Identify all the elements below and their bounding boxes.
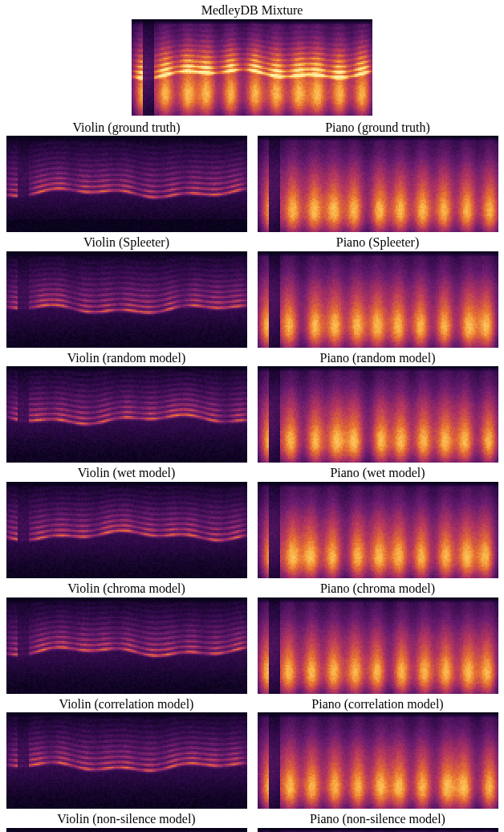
svg-rect-57326: [346, 408, 348, 410]
svg-rect-2062: [186, 55, 188, 56]
svg-rect-81524: [19, 668, 21, 670]
svg-rect-14635: [156, 224, 157, 226]
svg-rect-46680: [51, 366, 53, 368]
svg-rect-60397: [428, 426, 429, 427]
svg-rect-88206: [199, 607, 201, 609]
svg-rect-76176: [368, 540, 370, 541]
svg-rect-91730: [303, 678, 304, 679]
svg-rect-61553: [458, 451, 460, 453]
svg-rect-72728: [277, 495, 278, 496]
svg-rect-65005: [59, 522, 61, 524]
svg-rect-30065: [88, 259, 90, 261]
svg-rect-103976: [138, 802, 140, 804]
svg-rect-55961: [309, 432, 311, 434]
svg-rect-87222: [172, 665, 173, 667]
svg-rect-58873: [388, 387, 389, 389]
svg-rect-19088: [287, 149, 288, 150]
svg-rect-94197: [368, 689, 370, 691]
svg-rect-51603: [183, 371, 185, 373]
svg-rect-62506: [484, 440, 486, 442]
svg-rect-69795: [188, 506, 189, 508]
svg-rect-99701: [24, 778, 26, 780]
svg-rect-93760: [357, 662, 359, 663]
svg-rect-81437: [18, 625, 19, 626]
svg-rect-62053: [473, 387, 474, 389]
svg-rect-30008: [87, 264, 88, 266]
svg-rect-11310: [67, 184, 69, 186]
svg-rect-33866: [189, 293, 191, 295]
svg-rect-47912: [83, 418, 85, 419]
svg-rect-94502: [378, 601, 380, 602]
svg-rect-100380: [43, 712, 45, 714]
svg-rect-37308: [291, 328, 293, 330]
svg-rect-75669: [356, 496, 357, 498]
svg-rect-16852: [215, 219, 217, 221]
svg-rect-62987: [497, 442, 498, 443]
svg-rect-18587: [272, 211, 274, 213]
svg-rect-63623: [22, 519, 24, 520]
svg-rect-5837: [287, 47, 289, 48]
svg-rect-53040: [222, 366, 223, 368]
svg-rect-80056: [473, 508, 474, 509]
svg-rect-43700: [463, 283, 465, 285]
svg-rect-35355: [230, 275, 231, 277]
svg-rect-116409: [482, 727, 484, 728]
svg-rect-2511: [197, 101, 199, 103]
svg-rect-24902: [442, 139, 444, 141]
svg-rect-45571: [21, 416, 22, 418]
svg-rect-31164: [117, 290, 119, 292]
svg-rect-50865: [162, 438, 164, 440]
svg-rect-92508: [323, 675, 325, 676]
svg-rect-103812: [135, 732, 136, 733]
svg-rect-43071: [445, 333, 447, 335]
svg-rect-109119: [287, 775, 288, 777]
svg-rect-86301: [148, 631, 149, 633]
svg-rect-88391: [204, 615, 205, 617]
svg-rect-13157: [117, 163, 119, 165]
svg-rect-3712: [230, 103, 231, 104]
svg-rect-64366: [42, 556, 43, 557]
svg-rect-85346: [122, 639, 124, 641]
svg-rect-26736: [490, 194, 492, 195]
svg-rect-87344: [175, 668, 177, 670]
svg-rect-12981: [112, 169, 114, 171]
svg-rect-45336: [14, 424, 16, 426]
svg-rect-72465: [269, 554, 270, 556]
svg-rect-9269: [13, 182, 14, 184]
svg-rect-86962: [165, 633, 167, 634]
svg-rect-24756: [437, 194, 439, 195]
svg-rect-7352: [327, 71, 329, 72]
svg-rect-14066: [141, 177, 143, 179]
svg-rect-86992: [165, 681, 167, 683]
svg-rect-115387: [455, 724, 457, 725]
svg-rect-22981: [391, 137, 392, 139]
svg-rect-113085: [392, 785, 394, 786]
svg-rect-71175: [225, 506, 226, 508]
svg-rect-2124: [188, 58, 189, 59]
svg-rect-26793: [492, 189, 494, 190]
svg-rect-30505: [100, 292, 101, 293]
svg-rect-85577: [128, 625, 130, 626]
svg-rect-105622: [183, 748, 185, 749]
svg-rect-101782: [80, 748, 82, 749]
svg-rect-111977: [364, 740, 365, 741]
svg-rect-27005: [6, 259, 8, 261]
svg-rect-81673: [24, 618, 26, 620]
svg-rect-10198: [37, 229, 39, 230]
svg-rect-38756: [330, 341, 331, 343]
svg-rect-3486: [225, 29, 226, 31]
svg-rect-27827: [27, 327, 29, 328]
svg-rect-107011: [220, 762, 222, 764]
svg-rect-77253: [397, 535, 399, 536]
svg-rect-109803: [306, 717, 307, 719]
svg-rect-50579: [154, 461, 156, 463]
svg-rect-108765: [277, 785, 278, 786]
svg-rect-28008: [32, 328, 34, 330]
svg-rect-9012: [6, 155, 8, 157]
svg-rect-111764: [357, 783, 359, 785]
svg-rect-71622: [236, 549, 238, 551]
svg-rect-3711: [230, 101, 231, 103]
svg-rect-66347: [95, 557, 96, 559]
svg-rect-45906: [30, 376, 32, 377]
svg-rect-73475: [296, 538, 298, 540]
